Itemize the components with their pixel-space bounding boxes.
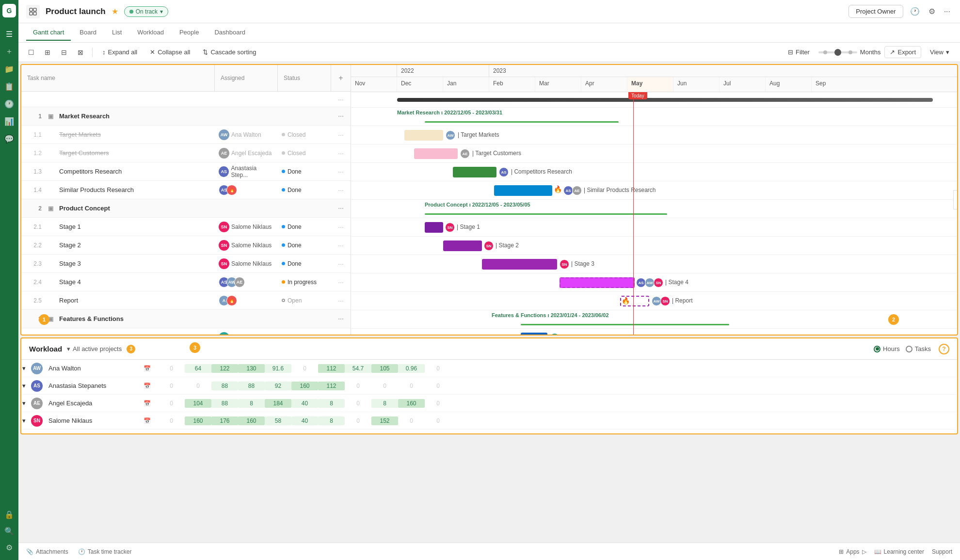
- wl-calendar[interactable]: 📅: [144, 400, 158, 407]
- app-logo[interactable]: G: [2, 4, 16, 17]
- collapse-panel-button[interactable]: ‹: [953, 190, 957, 209]
- sidebar-settings-icon[interactable]: ⚙: [1, 540, 17, 555]
- gantt-row: SN | Stage 2: [351, 237, 957, 255]
- task-status: Done: [278, 224, 331, 230]
- row-actions-icon[interactable]: ···: [331, 96, 351, 103]
- checkbox-icon[interactable]: ☐: [24, 46, 38, 59]
- tab-dashboard[interactable]: Dashboard: [208, 25, 252, 41]
- row-actions-icon[interactable]: ···: [331, 260, 351, 268]
- row-actions-icon[interactable]: ···: [331, 168, 351, 176]
- report-label: | Report: [672, 297, 692, 304]
- indent-icon[interactable]: ⊞: [41, 46, 54, 59]
- task-number: 2.5: [21, 297, 46, 304]
- wl-expand[interactable]: ▾: [21, 365, 31, 372]
- help-icon[interactable]: ?: [939, 344, 949, 354]
- sidebar-clock-icon[interactable]: 🕐: [1, 96, 17, 112]
- view-button[interactable]: View ▾: [925, 47, 954, 58]
- sidebar-lock-icon[interactable]: 🔒: [1, 507, 17, 522]
- task-time-tracker-button[interactable]: 🕐 Task time tracker: [78, 548, 132, 555]
- filter-button[interactable]: ⊟ Filter: [783, 47, 815, 58]
- wl-expand[interactable]: ▾: [21, 382, 31, 389]
- section-badge-1: 1: [39, 314, 49, 325]
- task-assigned: SN Salome Niklaus: [215, 258, 278, 269]
- month-may: May: [627, 77, 673, 92]
- row-actions-icon[interactable]: ···: [331, 186, 351, 194]
- wl-calendar[interactable]: 📅: [144, 383, 158, 389]
- gantt-row: Market Research ı 2022/12/05 - 2023/03/3…: [351, 108, 957, 126]
- avatar-stack: A 🔥: [219, 295, 237, 306]
- row-actions-icon[interactable]: ···: [331, 315, 351, 323]
- stage1-bar: [425, 222, 443, 233]
- features-label: Features & Functions ı 2023/01/24 - 2023…: [492, 312, 609, 318]
- hours-radio[interactable]: Hours: [874, 345, 900, 352]
- tab-gantt-chart[interactable]: Gantt chart: [26, 25, 71, 41]
- months-slider[interactable]: [818, 51, 857, 53]
- more-options-icon[interactable]: ···: [942, 5, 952, 18]
- sidebar-list-icon[interactable]: 📋: [1, 79, 17, 94]
- expand-icon[interactable]: ▣: [46, 113, 55, 120]
- table-row: 1 ▣ Market Research ···: [21, 107, 351, 126]
- expand-icon[interactable]: ▣: [46, 205, 55, 212]
- support-button[interactable]: Support: [932, 548, 952, 555]
- task-name: Market Research: [55, 112, 215, 120]
- sidebar-search-icon[interactable]: 🔍: [1, 523, 17, 539]
- collapse-all-button[interactable]: ✕ Collapse all: [145, 47, 195, 58]
- col-add-button[interactable]: +: [331, 65, 351, 91]
- task-number: 2.1: [21, 224, 46, 230]
- wl-calendar[interactable]: 📅: [144, 365, 158, 372]
- wl-name: Angel Escajeda: [47, 400, 144, 407]
- columns-icon[interactable]: ⊠: [74, 46, 87, 59]
- sidebar-chat-icon[interactable]: 💬: [1, 131, 17, 146]
- status-badge[interactable]: On track ▾: [124, 6, 168, 17]
- tab-list[interactable]: List: [105, 25, 128, 41]
- apps-button[interactable]: ⊞ Apps ▷: [839, 548, 866, 555]
- month-sep: Sep: [812, 77, 858, 92]
- settings-icon[interactable]: ⚙: [927, 5, 937, 18]
- history-icon[interactable]: 🕐: [908, 5, 922, 18]
- avatar-report2: SN: [660, 296, 670, 306]
- export-button[interactable]: ↗ Export: [884, 46, 921, 58]
- gantt-row: [351, 92, 957, 108]
- task-number: 3.1: [21, 334, 46, 335]
- month-nov: Nov: [351, 77, 397, 92]
- row-actions-icon[interactable]: ···: [331, 112, 351, 120]
- row-actions-icon[interactable]: ···: [331, 131, 351, 139]
- tab-board[interactable]: Board: [73, 25, 103, 41]
- task-number: 1.2: [21, 150, 46, 157]
- expand-all-button[interactable]: ↕ Expand all: [97, 47, 142, 58]
- avatar-stage4c: SN: [654, 278, 663, 288]
- wl-expand[interactable]: ▾: [21, 400, 31, 407]
- sidebar-folder-icon[interactable]: 📁: [1, 61, 17, 77]
- row-actions-icon[interactable]: ···: [331, 278, 351, 286]
- task-status: Closed: [278, 131, 331, 138]
- row-actions-icon[interactable]: ···: [331, 334, 351, 335]
- cascade-sorting-button[interactable]: ⇅ Cascade sorting: [198, 47, 261, 58]
- sidebar-add-icon[interactable]: ＋: [1, 44, 17, 59]
- wl-expand[interactable]: ▾: [21, 417, 31, 424]
- tasks-radio[interactable]: Tasks: [906, 345, 931, 352]
- row-actions-icon[interactable]: ···: [331, 205, 351, 212]
- learning-center-button[interactable]: 📖 Learning center: [874, 548, 924, 555]
- row-actions-icon[interactable]: ···: [331, 149, 351, 157]
- stage2-bar: [443, 240, 482, 251]
- tab-people[interactable]: People: [173, 25, 206, 41]
- grid-icon[interactable]: ⊟: [57, 46, 71, 59]
- table-row: 2.3 Stage 3 SN Salome Niklaus Done: [21, 255, 351, 273]
- sidebar-menu-icon[interactable]: ☰: [1, 26, 17, 42]
- sidebar-chart-icon[interactable]: 📊: [1, 113, 17, 129]
- row-actions-icon[interactable]: ···: [331, 297, 351, 304]
- wl-calendar[interactable]: 📅: [144, 417, 158, 424]
- task-assigned: AS AW AE: [215, 277, 278, 288]
- wl-name: Ana Walton: [47, 365, 144, 372]
- row-actions-icon[interactable]: ···: [331, 223, 351, 231]
- row-actions-icon[interactable]: ···: [331, 241, 351, 249]
- avatar-stage3: SN: [560, 259, 569, 269]
- project-owner-button[interactable]: Project Owner: [848, 5, 903, 18]
- gantt-header: 2022 2023 Nov Dec Jan Feb Mar Apr May: [351, 65, 957, 92]
- workload-dropdown[interactable]: ▾ All active projects: [67, 345, 122, 352]
- attachments-button[interactable]: 📎 Attachments: [26, 548, 68, 555]
- month-aug: Aug: [766, 77, 812, 92]
- tab-workload[interactable]: Workload: [130, 25, 171, 41]
- star-icon[interactable]: ★: [112, 7, 118, 16]
- wl-avatar-col: AW: [31, 363, 47, 374]
